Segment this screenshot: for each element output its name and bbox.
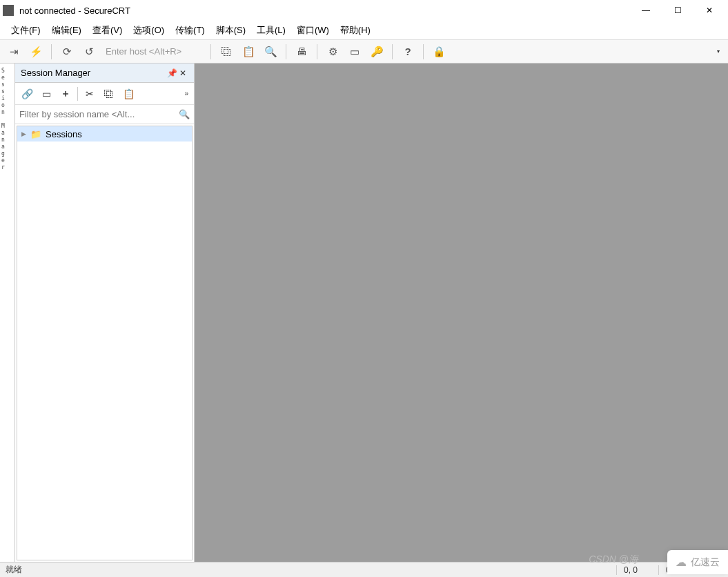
link-icon[interactable]: 🔗 bbox=[18, 85, 36, 103]
maximize-button[interactable]: ☐ bbox=[662, 0, 693, 21]
copy-session-icon[interactable]: ⿻ bbox=[100, 85, 118, 103]
watermark-yisu-text: 亿速云 bbox=[691, 556, 720, 569]
panel-separator bbox=[77, 87, 78, 101]
session-manager-panel: Session Manager 📌 ✕ 🔗 ▭ ＋ ✂ ⿻ 📋 » 🔍 ▶ 📁 … bbox=[15, 63, 195, 562]
paste-icon[interactable]: 📋 bbox=[239, 42, 258, 61]
menu-options[interactable]: 选项(O) bbox=[129, 23, 168, 38]
status-position: 0, 0 bbox=[616, 565, 645, 575]
menu-view[interactable]: 查看(V) bbox=[88, 23, 126, 38]
window-controls: — ☐ ✕ bbox=[630, 0, 725, 21]
toolbar-separator bbox=[317, 44, 317, 59]
toolbar-separator bbox=[423, 44, 424, 59]
menu-bar: 文件(F) 编辑(E) 查看(V) 选项(O) 传输(T) 脚本(S) 工具(L… bbox=[0, 21, 728, 40]
tree-root-label: Sessions bbox=[46, 129, 82, 139]
toolbar: ⇥ ⚡ ⟳ ↺ Enter host <Alt+R> ⿻ 📋 🔍 🖶 ⚙ ▭ 🔑… bbox=[0, 40, 728, 63]
toolbar-separator bbox=[392, 44, 393, 59]
tree-root-row[interactable]: ▶ 📁 Sessions bbox=[17, 126, 192, 141]
panel-close-icon[interactable]: ✕ bbox=[177, 68, 188, 78]
menu-script[interactable]: 脚本(S) bbox=[212, 23, 250, 38]
filter-bar: 🔍 bbox=[15, 105, 194, 124]
sidebar-tab[interactable]: Session Manager bbox=[0, 63, 15, 562]
menu-file[interactable]: 文件(F) bbox=[7, 23, 45, 38]
menu-window[interactable]: 窗口(W) bbox=[293, 23, 333, 38]
watermark-csdn: CSDN @海 bbox=[589, 554, 638, 566]
session-options-icon[interactable]: ▭ bbox=[345, 42, 364, 61]
lock-icon[interactable]: 🔒 bbox=[429, 42, 449, 61]
panel-title: Session Manager bbox=[21, 68, 166, 78]
panel-toolbar: 🔗 ▭ ＋ ✂ ⿻ 📋 » bbox=[15, 83, 194, 105]
menu-edit[interactable]: 编辑(E) bbox=[48, 23, 86, 38]
disconnect-icon[interactable]: ↺ bbox=[79, 42, 99, 61]
connect-icon[interactable]: ⇥ bbox=[4, 42, 23, 61]
toolbar-separator bbox=[286, 44, 286, 59]
app-icon bbox=[3, 5, 14, 16]
find-icon[interactable]: 🔍 bbox=[261, 42, 280, 61]
toolbar-separator bbox=[51, 44, 52, 59]
pin-icon[interactable]: 📌 bbox=[166, 68, 177, 78]
panel-more-icon[interactable]: » bbox=[181, 90, 191, 97]
add-icon[interactable]: ＋ bbox=[57, 85, 75, 103]
watermark-yisu: ☁ 亿速云 bbox=[667, 550, 728, 574]
paste-session-icon[interactable]: 📋 bbox=[119, 85, 137, 103]
key-icon[interactable]: 🔑 bbox=[367, 42, 386, 61]
toolbar-separator bbox=[210, 44, 211, 59]
host-input[interactable]: Enter host <Alt+R> bbox=[101, 46, 205, 57]
main-body: Session Manager Session Manager 📌 ✕ 🔗 ▭ … bbox=[0, 63, 728, 562]
new-session-icon[interactable]: ▭ bbox=[37, 85, 55, 103]
status-ready: 就绪 bbox=[6, 564, 602, 576]
toolbar-overflow[interactable]: ▾ bbox=[713, 48, 724, 55]
reconnect-icon[interactable]: ⟳ bbox=[57, 42, 77, 61]
settings-icon[interactable]: ⚙ bbox=[323, 42, 342, 61]
menu-transfer[interactable]: 传输(T) bbox=[171, 23, 209, 38]
panel-header: Session Manager 📌 ✕ bbox=[15, 63, 194, 83]
menu-tools[interactable]: 工具(L) bbox=[253, 23, 290, 38]
folder-icon: 📁 bbox=[30, 129, 41, 139]
search-icon[interactable]: 🔍 bbox=[179, 109, 190, 119]
cloud-icon: ☁ bbox=[676, 556, 687, 569]
terminal-area[interactable] bbox=[195, 63, 728, 562]
help-icon[interactable]: ? bbox=[398, 42, 417, 61]
title-bar: not connected - SecureCRT — ☐ ✕ bbox=[0, 0, 728, 21]
quick-connect-icon[interactable]: ⚡ bbox=[26, 42, 46, 61]
minimize-button[interactable]: — bbox=[630, 0, 662, 21]
close-button[interactable]: ✕ bbox=[693, 0, 725, 21]
print-icon[interactable]: 🖶 bbox=[292, 42, 311, 61]
filter-input[interactable] bbox=[19, 109, 179, 119]
cut-icon[interactable]: ✂ bbox=[81, 85, 99, 103]
copy-icon[interactable]: ⿻ bbox=[217, 42, 236, 61]
session-tree[interactable]: ▶ 📁 Sessions bbox=[17, 126, 193, 560]
window-title: not connected - SecureCRT bbox=[19, 6, 630, 16]
menu-help[interactable]: 帮助(H) bbox=[336, 23, 375, 38]
chevron-right-icon[interactable]: ▶ bbox=[21, 130, 26, 137]
